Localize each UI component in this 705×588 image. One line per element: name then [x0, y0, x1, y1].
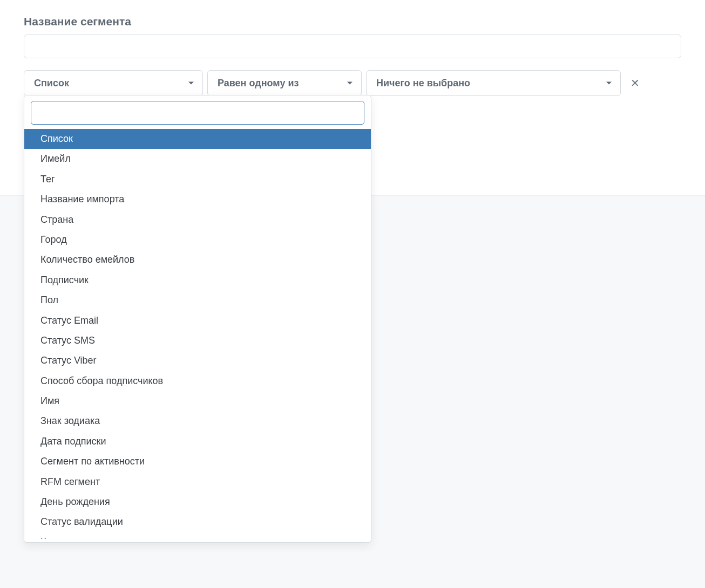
- operator-dropdown[interactable]: Равен одному из: [207, 70, 362, 96]
- field-dropdown[interactable]: Список: [24, 70, 203, 96]
- value-dropdown[interactable]: Ничего не выбрано: [366, 70, 621, 96]
- filter-row: Список Равен одному из Ничего не выбрано…: [24, 70, 681, 96]
- segment-name-label: Название сегмента: [24, 15, 681, 28]
- field-dropdown-label: Список: [34, 78, 69, 89]
- remove-filter-button[interactable]: ✕: [628, 77, 641, 90]
- caret-down-icon: [347, 82, 352, 85]
- value-dropdown-label: Ничего не выбрано: [376, 78, 470, 89]
- close-icon: ✕: [631, 78, 640, 88]
- operator-dropdown-label: Равен одному из: [218, 78, 299, 89]
- caret-down-icon: [188, 82, 194, 85]
- segment-name-input[interactable]: [24, 35, 681, 58]
- field-dropdown-panel: СписокИмейлТегНазвание импортаСтранаГоро…: [24, 95, 371, 96]
- segment-form: Название сегмента Список Равен одному из…: [0, 0, 705, 96]
- caret-down-icon: [606, 82, 612, 85]
